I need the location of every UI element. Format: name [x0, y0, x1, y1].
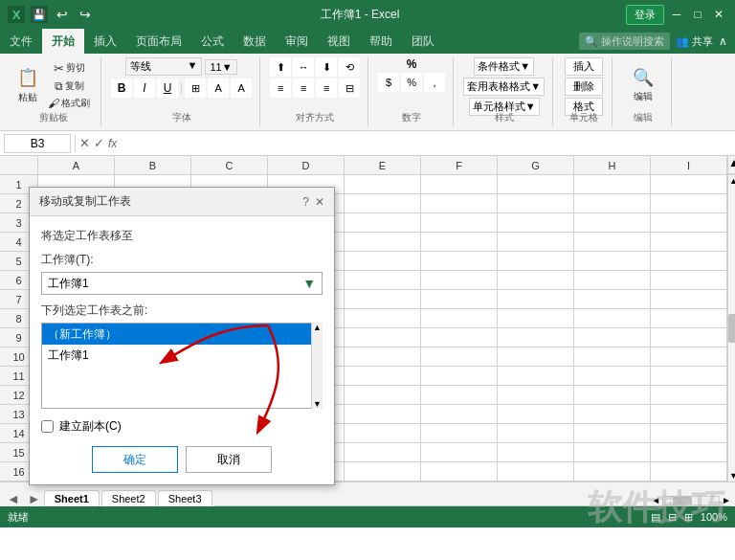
dialog-sheet-list[interactable]: （新工作簿） 工作簿1 — [41, 323, 323, 409]
dialog-overlay: 移动或复制工作表 ? ✕ 将选定工作表移至 工作簿(T): 工作簿1 ▼ 下列选… — [0, 0, 735, 560]
copy-checkbox[interactable] — [41, 420, 54, 433]
dialog-section-label: 将选定工作表移至 — [41, 228, 323, 244]
dialog-list-label: 下列选定工作表之前: — [41, 302, 323, 319]
dialog-confirm-button[interactable]: 确定 — [92, 446, 178, 473]
dialog-workbook-label: 工作簿(T): — [41, 252, 323, 268]
dialog-list-container: （新工作簿） 工作簿1 ▲ ▼ — [41, 323, 323, 409]
dialog-buttons: 确定 取消 — [41, 446, 323, 473]
dialog-help-icon[interactable]: ? — [302, 195, 309, 209]
dialog-workbook-row: 工作簿1 ▼ — [41, 272, 323, 295]
dialog-title-icons: ? ✕ — [302, 195, 324, 209]
list-spacer — [42, 366, 322, 409]
list-item-workbook1[interactable]: 工作簿1 — [42, 345, 322, 366]
move-copy-dialog: 移动或复制工作表 ? ✕ 将选定工作表移至 工作簿(T): 工作簿1 ▼ 下列选… — [29, 187, 335, 485]
dialog-checkbox-row: 建立副本(C) — [41, 418, 323, 435]
dialog-dropdown-arrow-icon: ▼ — [302, 276, 316, 291]
dialog-workbook-dropdown[interactable]: 工作簿1 ▼ — [41, 272, 323, 295]
list-scrollbar[interactable]: ▲ ▼ — [311, 323, 323, 409]
copy-checkbox-label: 建立副本(C) — [59, 418, 122, 435]
dialog-close-icon[interactable]: ✕ — [315, 195, 324, 209]
dialog-cancel-button[interactable]: 取消 — [186, 446, 272, 473]
dialog-title-text: 移动或复制工作表 — [39, 193, 131, 210]
list-item-new-workbook[interactable]: （新工作簿） — [42, 324, 322, 345]
dialog-workbook-value: 工作簿1 — [48, 276, 89, 292]
dialog-title-bar: 移动或复制工作表 ? ✕ — [30, 188, 334, 216]
dialog-body: 将选定工作表移至 工作簿(T): 工作簿1 ▼ 下列选定工作表之前: （新工作簿… — [30, 216, 334, 484]
